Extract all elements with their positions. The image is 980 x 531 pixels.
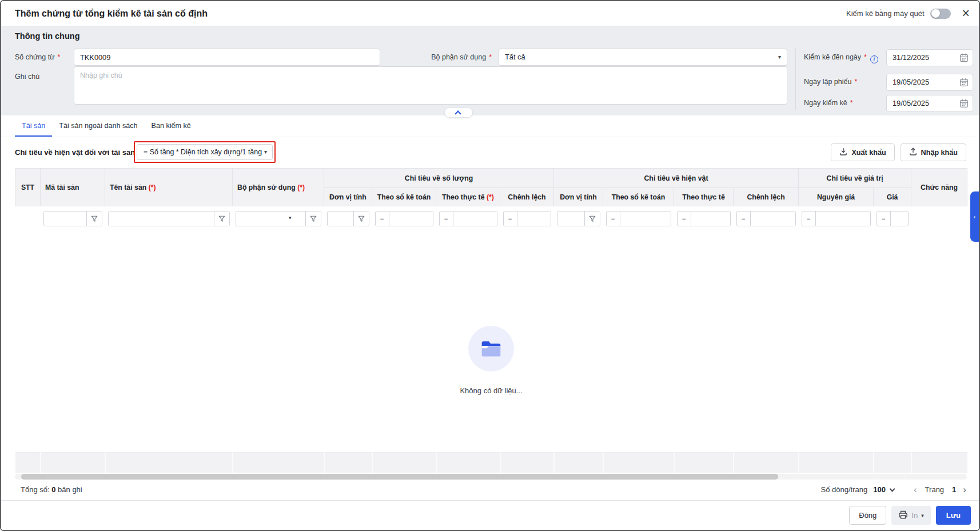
required-mark: (*) bbox=[296, 183, 305, 191]
funnel-icon bbox=[589, 215, 596, 222]
page-size-caret-icon[interactable] bbox=[889, 486, 895, 492]
required-mark: (*) bbox=[146, 183, 156, 191]
filter-box: = bbox=[802, 211, 871, 226]
page-number[interactable]: 1 bbox=[952, 485, 956, 494]
calendar-icon bbox=[959, 78, 969, 89]
ngay-kiem-ke-value: 19/05/2025 bbox=[893, 95, 929, 111]
ngay-lap-phieu-field[interactable]: 19/05/2025 bbox=[886, 74, 973, 91]
ngay-kiem-ke-field[interactable]: 19/05/2025 bbox=[886, 95, 973, 112]
download-icon bbox=[839, 147, 847, 157]
filter-box bbox=[557, 211, 600, 226]
page-size-label: Số dòng/trang bbox=[821, 485, 868, 494]
filter-input-gia-tri[interactable] bbox=[891, 211, 908, 226]
scan-toggle[interactable] bbox=[930, 9, 951, 19]
caret-down-icon: ▾ bbox=[264, 145, 267, 159]
required-asterisk: * bbox=[58, 53, 61, 61]
bo-phan-select[interactable]: Tất cả ▾ bbox=[499, 49, 787, 66]
summary-cell-chenh-lech-hv bbox=[734, 453, 799, 473]
filter-cell-theo-so-ke-toan-hv: = bbox=[603, 206, 674, 231]
empty-state: Không có dữ liệu... bbox=[15, 231, 967, 395]
ngay-lap-phieu-label: Ngày lập phiếu* bbox=[804, 73, 857, 90]
summary-cell-theo-so-ke-toan-hv bbox=[603, 453, 674, 473]
filter-input-theo-thuc-te-sl[interactable] bbox=[453, 211, 497, 226]
chevron-up-icon bbox=[455, 110, 461, 117]
column-header-ten-tai-san: Tên tài sản (*) bbox=[105, 169, 233, 206]
upload-icon bbox=[909, 147, 917, 157]
filter-funnel-button[interactable] bbox=[584, 211, 600, 226]
collapse-section-button[interactable] bbox=[445, 108, 472, 117]
summary-cell-chuc-nang bbox=[911, 453, 967, 473]
save-button[interactable]: Lưu bbox=[936, 506, 971, 525]
filter-input-ma-tai-san[interactable] bbox=[44, 211, 86, 226]
filter-input-ten-tai-san[interactable] bbox=[109, 211, 214, 226]
filter-input-don-vi-tinh-sl[interactable] bbox=[328, 211, 353, 226]
filter-cell-ma-tai-san bbox=[41, 206, 105, 231]
tab-tai-san[interactable]: Tài sản bbox=[15, 115, 52, 137]
filter-cell-don-vi-tinh-sl bbox=[324, 206, 372, 231]
scrollbar-thumb[interactable] bbox=[21, 474, 778, 480]
summary-row bbox=[15, 453, 967, 473]
equals-operator: = bbox=[737, 211, 751, 226]
next-page-button[interactable]: › bbox=[963, 484, 966, 496]
filter-select-bo-phan-su-dung[interactable]: ▾ bbox=[236, 211, 305, 226]
page-size-value[interactable]: 100 bbox=[873, 485, 886, 494]
summary-cell-ma-tai-san bbox=[41, 453, 105, 473]
toolbar: Chỉ tiêu về hiện vật đối với tài sản Nhà… bbox=[1, 137, 979, 168]
ghi-chu-textarea[interactable] bbox=[74, 66, 787, 105]
filter-box: = bbox=[736, 211, 796, 226]
column-header-nguyen-gia: Nguyên giá bbox=[799, 188, 874, 206]
scan-toggle-label: Kiểm kê bằng máy quét bbox=[846, 9, 925, 18]
filter-funnel-button[interactable] bbox=[353, 211, 369, 226]
summary-cell-theo-thuc-te-sl bbox=[436, 453, 500, 473]
filter-funnel-button[interactable] bbox=[305, 211, 321, 226]
column-header-don-vi-tinh-sl: Đơn vị tính bbox=[324, 188, 372, 206]
filter-input-chenh-lech-sl[interactable] bbox=[517, 211, 551, 226]
horizontal-scrollbar[interactable] bbox=[15, 474, 967, 480]
equals-operator: = bbox=[376, 211, 389, 226]
equals-operator: = bbox=[802, 211, 816, 226]
tab-tai-san-ngoai-danh-sach[interactable]: Tài sản ngoài danh sách bbox=[52, 115, 144, 137]
summary-cell-don-vi-tinh-sl bbox=[324, 453, 372, 473]
filter-input-theo-thuc-te-hv[interactable] bbox=[691, 211, 730, 226]
action-bar: Đóng In ▾ Lưu bbox=[1, 500, 979, 530]
kiem-ke-den-ngay-field[interactable]: 31/12/2025 bbox=[886, 49, 973, 66]
caret-down-icon: ▾ bbox=[921, 513, 924, 518]
column-header-ma-tai-san: Mã tài sản bbox=[41, 169, 105, 206]
print-label: In bbox=[911, 511, 918, 520]
empty-message: Không có dữ liệu... bbox=[15, 386, 967, 395]
prev-page-button[interactable]: ‹ bbox=[914, 484, 917, 496]
filter-box bbox=[327, 211, 369, 226]
close-icon: × bbox=[962, 6, 970, 21]
export-button[interactable]: Xuất khẩu bbox=[831, 143, 894, 161]
ngay-lap-phieu-value: 19/05/2025 bbox=[893, 74, 929, 90]
close-dialog-button[interactable]: Đóng bbox=[849, 506, 886, 525]
print-button[interactable]: In ▾ bbox=[891, 506, 930, 525]
filter-cell-chenh-lech-hv: = bbox=[734, 206, 799, 231]
column-group-header: Chỉ tiêu về số lượng bbox=[324, 169, 554, 188]
filter-input-theo-so-ke-toan-hv[interactable] bbox=[620, 211, 671, 226]
summary-cell-bo-phan-su-dung bbox=[233, 453, 324, 473]
import-button[interactable]: Nhập khẩu bbox=[901, 143, 966, 161]
so-chung-tu-input[interactable] bbox=[74, 49, 380, 66]
close-button[interactable]: × bbox=[962, 7, 970, 20]
filter-funnel-button[interactable] bbox=[86, 211, 102, 226]
filter-funnel-button[interactable] bbox=[214, 211, 229, 226]
filter-input-chenh-lech-hv[interactable] bbox=[751, 211, 795, 226]
filter-input-nguyen-gia[interactable] bbox=[816, 211, 870, 226]
filter-cell-chenh-lech-sl: = bbox=[500, 206, 554, 231]
equals-operator: = bbox=[440, 211, 453, 226]
criteria-dropdown[interactable]: = Số tầng * Diện tích xây dựng/1 tầng ▾ bbox=[137, 144, 273, 160]
filter-input-theo-so-ke-toan-sl[interactable] bbox=[389, 211, 433, 226]
funnel-icon bbox=[310, 215, 317, 222]
side-panel-toggle[interactable]: ‹ bbox=[970, 191, 979, 242]
filter-cell-gia-tri: = bbox=[874, 206, 911, 231]
caret-down-icon: ▾ bbox=[289, 215, 292, 221]
equals-operator: = bbox=[678, 211, 691, 226]
total-records: Tổng số: 0 bản ghi bbox=[21, 485, 82, 494]
empty-body-row: Không có dữ liệu... bbox=[15, 231, 967, 453]
filter-input-don-vi-tinh-hv[interactable] bbox=[557, 211, 584, 226]
column-header-gia-tri: Giá bbox=[874, 188, 911, 206]
so-chung-tu-label: Số chứng từ* bbox=[15, 49, 60, 66]
asset-grid: STTMã tài sảnTên tài sản (*)Bộ phận sử d… bbox=[1, 168, 979, 480]
tab-ban-kiem-ke[interactable]: Ban kiểm kê bbox=[145, 115, 198, 137]
